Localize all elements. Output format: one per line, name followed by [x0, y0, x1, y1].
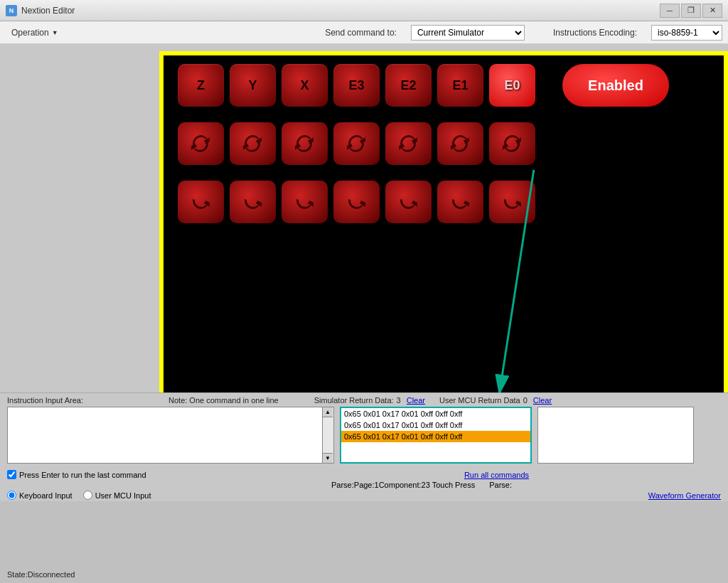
- radio-group: Keyboard Input User MCU Input: [7, 491, 151, 500]
- bottom-panel: Instruction Input Area: Note: One comman…: [0, 392, 728, 501]
- radio-state-row: Keyboard Input User MCU Input State:Disc…: [7, 491, 721, 500]
- options-row: Press Enter to run the last command Run …: [7, 470, 721, 479]
- mcu-return-count: 0: [523, 396, 528, 405]
- send-cmd-label: Send command to:: [325, 28, 397, 38]
- encoding-select[interactable]: iso-8859-1 UTF-8 UTF-16: [651, 25, 722, 41]
- press-enter-checkbox[interactable]: [7, 470, 16, 479]
- icon-btn-3-4[interactable]: [333, 181, 380, 223]
- titlebar: N Nextion Editor ─ ❐ ✕: [0, 0, 728, 21]
- btn-enabled[interactable]: Enabled: [562, 64, 669, 107]
- note-label: Note: One command in one line: [168, 396, 279, 405]
- app-title: Nextion Editor: [21, 6, 75, 16]
- sim-return-item-2[interactable]: 0x65 0x01 0x17 0x01 0xff 0xff 0xff: [341, 419, 530, 431]
- send-cmd-select[interactable]: Current Simulator Current Device All Sim…: [411, 25, 525, 41]
- mcu-input-radio[interactable]: [83, 491, 92, 500]
- window-controls: ─ ❐ ✕: [660, 4, 722, 18]
- operation-dropdown-icon: ▼: [52, 29, 58, 36]
- encoding-label: Instructions Encoding:: [553, 28, 637, 38]
- run-all-link[interactable]: Run all commands: [464, 471, 529, 479]
- sim-return-item-3[interactable]: 0x65 0x01 0x17 0x01 0xff 0xff 0xff: [341, 431, 530, 442]
- mcu-return-label: User MCU Return Data: [439, 396, 520, 405]
- scroll-up-arrow[interactable]: ▲: [323, 407, 333, 417]
- mcu-input-radio-label[interactable]: User MCU Input: [83, 491, 151, 500]
- button-row-3: [164, 172, 724, 223]
- simulator-display: Z Y X E3 E2 E1 E0 Enabled: [159, 51, 728, 392]
- icon-btn-3-5[interactable]: [385, 181, 432, 223]
- button-row-2: [164, 114, 724, 165]
- press-enter-checkbox-label[interactable]: Press Enter to run the last command: [7, 470, 146, 479]
- icon-btn-2-2[interactable]: [230, 122, 276, 165]
- mcu-clear-button[interactable]: Clear: [533, 396, 552, 405]
- btn-z[interactable]: Z: [178, 64, 224, 107]
- waveform-generator-link[interactable]: Waveform Generator: [648, 491, 721, 500]
- icon-btn-2-1[interactable]: [178, 122, 224, 165]
- keyboard-input-radio[interactable]: [7, 491, 16, 500]
- instruction-area-label: Instruction Input Area:: [7, 396, 83, 405]
- restore-button[interactable]: ❐: [681, 4, 701, 18]
- sim-return-label: Simulator Return Data:: [314, 396, 394, 405]
- keyboard-input-radio-label[interactable]: Keyboard Input: [7, 491, 73, 500]
- parse-mcu-label: Parse:: [489, 481, 512, 489]
- sim-return-count: 3: [397, 396, 401, 405]
- parse-row: Parse:Page:1Component:23 Touch Press Par…: [7, 481, 721, 489]
- icon-btn-2-3[interactable]: [282, 122, 328, 165]
- scroll-down-arrow[interactable]: ▼: [323, 453, 333, 463]
- bottom-labels-row: Instruction Input Area: Note: One comman…: [7, 396, 721, 405]
- icon-btn-2-4[interactable]: [333, 122, 380, 165]
- parse-text: Parse:Page:1Component:23 Touch Press: [331, 481, 475, 489]
- icon-btn-3-3[interactable]: [282, 181, 328, 223]
- btn-x[interactable]: X: [282, 64, 328, 107]
- icon-btn-3-6[interactable]: [437, 181, 483, 223]
- icon-btn-3-2[interactable]: [230, 181, 276, 223]
- btn-e1[interactable]: E1: [437, 64, 483, 107]
- titlebar-left: N Nextion Editor: [6, 5, 75, 16]
- btn-e3[interactable]: E3: [333, 64, 380, 107]
- minimize-button[interactable]: ─: [660, 4, 680, 18]
- instruction-input[interactable]: [7, 407, 323, 464]
- sim-clear-button[interactable]: Clear: [407, 396, 425, 405]
- instruction-input-area: ▲ ▼: [7, 407, 334, 464]
- icon-btn-3-7[interactable]: [489, 181, 535, 223]
- sim-return-item-1[interactable]: 0x65 0x01 0x17 0x01 0xff 0xff 0xff: [341, 408, 530, 419]
- btn-y[interactable]: Y: [230, 64, 276, 107]
- btn-e2[interactable]: E2: [385, 64, 432, 107]
- input-row: ▲ ▼ 0x65 0x01 0x17 0x01 0xff 0xff 0xff 0…: [7, 407, 721, 467]
- icon-btn-3-1[interactable]: [178, 181, 224, 223]
- icon-btn-2-6[interactable]: [437, 122, 483, 165]
- operation-menu[interactable]: Operation ▼: [6, 25, 64, 41]
- menubar: Operation ▼ Send command to: Current Sim…: [0, 21, 728, 44]
- icon-btn-2-5[interactable]: [385, 122, 432, 165]
- close-button[interactable]: ✕: [702, 4, 722, 18]
- button-row-labels: Z Y X E3 E2 E1 E0 Enabled: [164, 55, 724, 107]
- btn-e0[interactable]: E0: [489, 64, 535, 107]
- icon-btn-2-7[interactable]: [489, 122, 535, 165]
- sim-return-list[interactable]: 0x65 0x01 0x17 0x01 0xff 0xff 0xff 0x65 …: [340, 407, 532, 464]
- app-icon: N: [6, 5, 17, 16]
- mcu-return-display: [537, 407, 694, 464]
- state-label: State:Disconnected: [7, 570, 75, 579]
